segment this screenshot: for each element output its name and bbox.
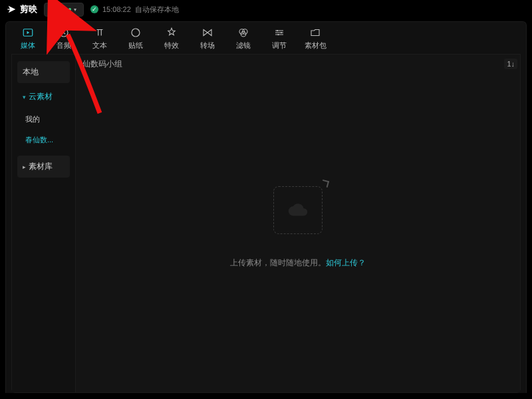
filter-icon [237,26,250,39]
tab-label: 媒体 [21,41,35,51]
sidebar-item-label: 我的 [25,114,40,124]
toolbar-container: 媒体 音频 文本 贴纸 特效 转场 滤镜 调节 [5,21,527,393]
caret-right-icon: ▸ [23,164,26,170]
upload-hint: 上传素材，随时随地使用。如何上传？ [76,257,520,269]
tab-label: 调节 [272,41,287,51]
tab-transition[interactable]: 转场 [191,26,224,51]
sidebar: 本地 ▾ 云素材 我的 春仙数... ▸ 素材库 [12,55,76,392]
tab-effect[interactable]: 特效 [155,26,188,51]
app-logo: 剪映 [7,3,37,15]
tab-label: 贴纸 [128,41,143,51]
logo-icon [7,4,17,15]
cloud-icon [287,199,309,221]
tab-sticker[interactable]: 贴纸 [119,26,152,51]
media-icon [21,26,35,39]
content-body: 本地 ▾ 云素材 我的 春仙数... ▸ 素材库 仙数码小组 1↓ [11,54,521,393]
tab-label: 滤镜 [236,41,251,51]
menu-label: 菜单 [51,5,66,15]
sticker-icon [129,26,142,39]
download-badge[interactable]: 1↓ [504,59,517,69]
sidebar-item-label: 春仙数... [25,135,53,145]
caret-down-icon: ▾ [23,94,26,100]
tab-pack[interactable]: 素材包 [299,26,332,51]
titlebar: 剪映 菜单 ▾ ✓ 15:08:22 自动保存本地 [0,0,532,19]
svg-point-7 [281,31,282,33]
tab-media[interactable]: 媒体 [11,26,45,51]
menu-button[interactable]: 菜单 ▾ [44,3,84,17]
svg-point-6 [277,29,278,31]
breadcrumb: 仙数码小组 [82,59,122,70]
audio-icon [57,26,70,39]
sidebar-item-local[interactable]: 本地 [17,61,70,83]
effect-icon [165,26,178,39]
tab-label: 特效 [164,41,179,51]
pack-icon [309,26,322,39]
sidebar-item-label: 云素材 [29,91,53,102]
text-icon [93,26,106,39]
menu-dot-icon [68,8,71,11]
main-panel: 仙数码小组 1↓ 上传素材，随时随地使用。如何上传？ [76,55,520,392]
chevron-down-icon: ▾ [74,7,76,13]
app-name: 剪映 [20,3,37,15]
sidebar-item-label: 素材库 [29,161,53,172]
sidebar-item-cloud[interactable]: ▾ 云素材 [17,86,70,108]
category-toolbar: 媒体 音频 文本 贴纸 特效 转场 滤镜 调节 [6,22,526,54]
tab-label: 素材包 [305,41,327,51]
sidebar-item-label: 本地 [23,66,39,78]
how-to-upload-link[interactable]: 如何上传？ [326,258,366,267]
tab-filter[interactable]: 滤镜 [227,26,260,51]
tab-label: 音频 [57,41,71,51]
save-status: ✓ 15:08:22 自动保存本地 [90,5,179,15]
upload-drop-zone[interactable] [273,186,323,234]
sidebar-item-cloud-mine[interactable]: 我的 [23,110,70,128]
check-icon: ✓ [90,5,98,13]
tab-label: 转场 [200,41,215,51]
svg-point-8 [277,33,279,35]
upload-hint-text: 上传素材，随时随地使用。 [230,258,326,267]
sidebar-item-library[interactable]: ▸ 素材库 [17,156,70,178]
sidebar-item-cloud-group[interactable]: 春仙数... [23,131,70,149]
tab-label: 文本 [92,41,107,51]
transition-icon [201,26,214,39]
tab-audio[interactable]: 音频 [47,26,80,51]
adjust-icon [273,26,286,39]
save-time: 15:08:22 [102,5,131,13]
tab-text[interactable]: 文本 [83,26,116,51]
save-status-text: 自动保存本地 [135,5,179,15]
tab-adjust[interactable]: 调节 [263,26,296,51]
